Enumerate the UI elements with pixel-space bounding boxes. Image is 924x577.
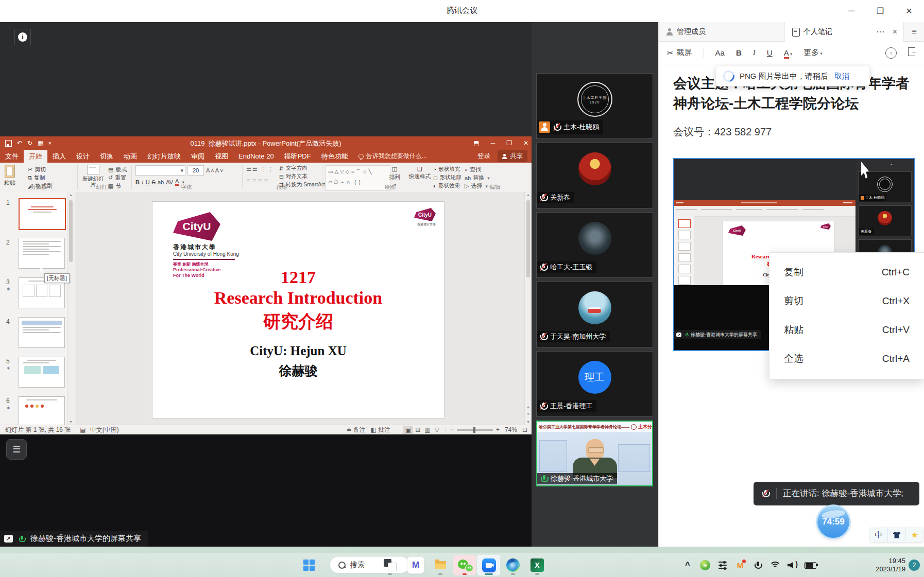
normal-view-icon[interactable]: ▣	[403, 426, 413, 434]
ppt-restore-icon[interactable]: ❐	[506, 139, 512, 147]
fit-slide-icon[interactable]: ⊡	[522, 426, 527, 433]
ime-favorite-icon[interactable]: ★	[906, 528, 923, 542]
comments-button[interactable]: 批注	[378, 426, 390, 434]
slide-thumbnail-panel[interactable]: 1 2 3 ✶ 4	[0, 192, 75, 425]
underline-button[interactable]: U	[767, 48, 773, 57]
italic-button[interactable]: I	[753, 48, 756, 57]
m-app-button[interactable]: M	[404, 555, 427, 575]
wechat-button[interactable]	[453, 555, 476, 575]
tab-design[interactable]: 设计	[71, 150, 95, 163]
maximize-icon[interactable]: ❐	[872, 3, 888, 19]
comments-icon[interactable]: ◧	[371, 426, 377, 433]
replace-button[interactable]: ab替换▾	[465, 174, 490, 182]
cloud-upload-icon[interactable]: ↑	[885, 47, 897, 59]
edge-button[interactable]	[502, 555, 524, 575]
previous-slide-icon[interactable]: ⏶	[525, 405, 532, 409]
ppt-close-icon[interactable]: ✕	[523, 139, 528, 147]
participant-tile-1[interactable]: 土木工程学院1920 土木-杜晓鸥	[536, 73, 653, 139]
ppt-ribbon-display-icon[interactable]: ⬒	[473, 139, 479, 147]
tab-foxit-pdf[interactable]: 福昕PDF	[279, 150, 316, 163]
canvas-scrollbar[interactable]: ▲ ⏶ ⏷ ▼	[524, 192, 532, 425]
meeting-number[interactable]: 会议号：423 582 977	[673, 125, 772, 139]
start-button[interactable]	[298, 555, 320, 575]
ppt-minimize-icon[interactable]: ─	[491, 139, 495, 147]
align-text-button[interactable]: ⊟对齐文本	[279, 173, 307, 180]
wifi-icon[interactable]	[766, 562, 784, 569]
floating-menu-button[interactable]: ☰	[6, 439, 27, 460]
panel-menu-icon[interactable]: ≡	[903, 22, 924, 42]
tab-view[interactable]: 视图	[210, 150, 233, 163]
text-direction-button[interactable]: ⇵文字方向	[279, 165, 307, 172]
font-color-button[interactable]: A▾	[784, 48, 793, 57]
menu-item-cut[interactable]: 剪切Ctrl+X	[769, 287, 924, 316]
layout-button[interactable]: ▤版式	[108, 166, 127, 173]
font-size-select[interactable]: 20	[187, 165, 204, 176]
scroll-up-icon[interactable]: ▲	[525, 193, 532, 197]
slide-thumbnail-5[interactable]	[19, 357, 65, 388]
current-slide[interactable]: CityU 香港城市大學 City University of Hong Kon…	[152, 202, 444, 418]
volume-icon[interactable]	[784, 561, 801, 569]
zoom-level[interactable]: 74%	[505, 426, 517, 433]
language-status[interactable]: 中文(中国)	[90, 426, 119, 434]
participant-tile-4[interactable]: 于天昊-南加州大学	[536, 282, 653, 347]
excel-button[interactable]: X	[526, 555, 549, 575]
bullet-list-icons[interactable]: ☰☰ ⋮⋮	[246, 166, 275, 172]
notification-badge[interactable]: 2	[909, 559, 920, 571]
slide-thumbnail-2[interactable]	[19, 238, 65, 269]
tab-endnote[interactable]: EndNote 20	[233, 150, 279, 162]
m-tray-icon[interactable]: M	[731, 561, 749, 570]
more-options-icon[interactable]: ···	[877, 28, 885, 36]
sorter-view-icon[interactable]: ⊞	[413, 426, 422, 434]
ppt-share-button[interactable]: 共享	[498, 150, 527, 162]
close-panel-icon[interactable]: ×	[893, 27, 897, 37]
slideshow-view-icon[interactable]: ▽	[433, 426, 441, 434]
participant-tile-2[interactable]: 关新春	[536, 143, 653, 208]
copy-button[interactable]: ⧉复制	[28, 174, 45, 182]
scroll-up-icon[interactable]: ▲	[67, 193, 74, 197]
reset-button[interactable]: ↺重置	[108, 174, 126, 182]
antivirus-tray-icon[interactable]: +	[696, 560, 714, 570]
zoom-in-icon[interactable]: +	[496, 426, 500, 433]
more-formats-button[interactable]: 更多▾	[803, 48, 823, 58]
export-icon[interactable]	[908, 47, 915, 56]
scroll-down-icon[interactable]: ▼	[525, 420, 532, 424]
tab-home[interactable]: 开始	[24, 150, 47, 163]
tab-special-features[interactable]: 特色功能	[316, 150, 353, 163]
tab-transitions[interactable]: 切换	[95, 150, 118, 163]
menu-item-select-all[interactable]: 全选Ctrl+A	[769, 344, 924, 373]
font-name-select[interactable]: ▾	[135, 165, 185, 176]
notes-button[interactable]: 备注	[353, 426, 366, 434]
slide-thumbnail-4[interactable]	[19, 317, 65, 348]
tencent-meeting-button[interactable]	[477, 555, 500, 575]
meeting-info-button[interactable]: i	[14, 29, 31, 45]
menu-item-paste[interactable]: 粘贴Ctrl+V	[769, 316, 924, 344]
tab-review[interactable]: 审阅	[186, 150, 210, 163]
slide-thumbnail-6[interactable]	[19, 396, 65, 425]
close-icon[interactable]: ✕	[901, 3, 917, 19]
slide-editing-canvas[interactable]: CityU 香港城市大學 City University of Hong Kon…	[75, 192, 532, 425]
font-style-button[interactable]: Aa	[715, 48, 725, 57]
tab-personal-notes[interactable]: 个人笔记 ··· ×	[785, 22, 903, 42]
tab-insert[interactable]: 插入	[47, 150, 71, 163]
participant-tile-3[interactable]: 哈工大-王玉银	[536, 212, 653, 278]
tab-animations[interactable]: 动画	[118, 150, 142, 163]
zoom-slider[interactable]	[457, 429, 493, 431]
find-button[interactable]: ⌕查找	[465, 166, 481, 173]
shape-fill-button[interactable]: ◔形状填充	[433, 166, 460, 173]
input-timer-bubble[interactable]: 74:59	[817, 506, 849, 538]
scroll-down-icon[interactable]: ▼	[67, 420, 74, 424]
microphone-tray-icon[interactable]	[749, 561, 766, 570]
next-slide-icon[interactable]: ⏷	[525, 412, 532, 416]
tab-manage-members[interactable]: 管理成员	[659, 22, 785, 42]
tell-me-box[interactable]: 告诉我您想要做什么...	[353, 152, 432, 161]
grow-shrink-font-icons[interactable]: A˄A˅	[206, 167, 225, 173]
settings-sliders-icon[interactable]	[714, 562, 731, 569]
thumbnail-scrollbar[interactable]: ▲ ▼	[67, 192, 74, 425]
bold-button[interactable]: B	[736, 48, 742, 57]
notes-icon[interactable]: ≐	[346, 426, 351, 433]
screenshot-button[interactable]: ✂截屏	[667, 48, 692, 58]
tab-slideshow[interactable]: 幻灯片放映	[142, 150, 186, 163]
menu-item-copy[interactable]: 复制Ctrl+C	[769, 258, 924, 287]
minimize-icon[interactable]: ─	[844, 3, 859, 19]
ime-skin-icon[interactable]	[888, 528, 906, 542]
